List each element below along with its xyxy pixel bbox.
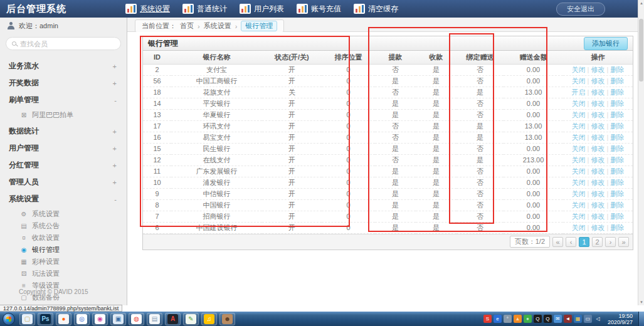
op-link-删除[interactable]: 删除 bbox=[610, 156, 624, 164]
op-link-修改[interactable]: 修改 bbox=[591, 179, 605, 186]
sogou-input-icon[interactable]: A bbox=[165, 313, 181, 325]
op-link-删除[interactable]: 删除 bbox=[610, 111, 624, 118]
sidebar-item-收款设置[interactable]: ¤收款设置 bbox=[0, 232, 127, 244]
breadcrumb-item[interactable]: 银行管理 bbox=[241, 21, 277, 31]
op-link-关闭[interactable]: 关闭 bbox=[572, 100, 586, 107]
nav-item-系统设置[interactable]: 系统设置 bbox=[125, 4, 170, 14]
volume-tray-icon[interactable]: ◁ bbox=[594, 315, 602, 323]
sidebar-group-业务流水[interactable]: 业务流水+ bbox=[0, 58, 127, 75]
page-button-«[interactable]: « bbox=[552, 237, 563, 247]
scrollbar-thumb[interactable] bbox=[639, 19, 643, 82]
qq-tray-icon[interactable]: Q bbox=[534, 315, 542, 323]
op-link-关闭[interactable]: 关闭 bbox=[572, 77, 586, 85]
notepad-icon[interactable]: ▤ bbox=[147, 313, 162, 325]
op-link-关闭[interactable]: 关闭 bbox=[572, 190, 586, 197]
page-button-‹[interactable]: ‹ bbox=[566, 237, 576, 247]
op-link-修改[interactable]: 修改 bbox=[591, 190, 605, 197]
sidebar-group-刷单管理[interactable]: 刷单管理- bbox=[0, 92, 127, 108]
clock[interactable]: 19:50 2020/9/27 bbox=[608, 313, 633, 325]
sidebar-group-数据统计[interactable]: 数据统计+ bbox=[0, 123, 127, 140]
member-search-input[interactable] bbox=[20, 40, 115, 48]
chrome-icon[interactable]: ◍ bbox=[129, 313, 144, 325]
explorer-icon[interactable]: ▢ bbox=[19, 313, 35, 325]
op-link-删除[interactable]: 删除 bbox=[610, 167, 624, 175]
op-link-修改[interactable]: 修改 bbox=[591, 213, 605, 220]
op-link-修改[interactable]: 修改 bbox=[591, 156, 605, 164]
op-link-删除[interactable]: 删除 bbox=[610, 77, 624, 85]
op-link-关闭[interactable]: 关闭 bbox=[572, 156, 586, 164]
logout-button[interactable]: 安全退出 bbox=[556, 3, 605, 16]
sidebar-item-系统设置[interactable]: ⚙系统设置 bbox=[0, 208, 127, 220]
op-link-关闭[interactable]: 关闭 bbox=[572, 122, 586, 130]
op-link-修改[interactable]: 修改 bbox=[591, 66, 605, 73]
sogou-tray-icon[interactable]: S bbox=[483, 315, 492, 323]
computer-icon[interactable]: ▣ bbox=[110, 313, 126, 325]
firefox-icon[interactable]: ● bbox=[56, 313, 71, 325]
sidebar-group-系统设置[interactable]: 系统设置- bbox=[0, 191, 127, 208]
op-link-开启[interactable]: 开启 bbox=[572, 88, 586, 96]
sidebar-item-玩法设置[interactable]: ⚄玩法设置 bbox=[0, 268, 127, 280]
chart-tool-icon[interactable]: ✎ bbox=[183, 313, 199, 325]
sidebar-group-用户管理[interactable]: 用户管理+ bbox=[0, 140, 127, 157]
op-link-关闭[interactable]: 关闭 bbox=[572, 167, 586, 175]
op-link-修改[interactable]: 修改 bbox=[591, 122, 605, 130]
op-link-删除[interactable]: 删除 bbox=[610, 145, 624, 152]
op-link-修改[interactable]: 修改 bbox=[591, 134, 605, 141]
nav-item-清空缓存[interactable]: 清空缓存 bbox=[354, 4, 398, 14]
op-link-删除[interactable]: 删除 bbox=[610, 100, 624, 107]
op-link-修改[interactable]: 修改 bbox=[591, 111, 605, 118]
sidebar-item-银行管理[interactable]: ◉银行管理 bbox=[0, 244, 127, 256]
op-link-关闭[interactable]: 关闭 bbox=[572, 66, 586, 73]
op-link-修改[interactable]: 修改 bbox=[591, 88, 605, 96]
op-link-删除[interactable]: 删除 bbox=[610, 213, 624, 220]
op-link-修改[interactable]: 修改 bbox=[591, 145, 605, 152]
sidebar-group-分红管理[interactable]: 分红管理+ bbox=[0, 157, 127, 174]
colors-tray-icon[interactable]: ▦ bbox=[574, 315, 582, 323]
op-link-修改[interactable]: 修改 bbox=[591, 167, 605, 175]
op-link-删除[interactable]: 删除 bbox=[610, 224, 624, 231]
op-link-修改[interactable]: 修改 bbox=[591, 224, 605, 231]
qq2-tray-icon[interactable]: Q bbox=[544, 315, 552, 323]
nav-item-账号充值[interactable]: 账号充值 bbox=[297, 4, 341, 14]
breadcrumb-item[interactable]: 首页 bbox=[180, 21, 194, 31]
photoshop-icon[interactable]: Ps bbox=[38, 313, 53, 325]
sidebar-item-阿里巴巴拍单[interactable]: ⊠阿里巴巴拍单 bbox=[0, 109, 127, 121]
page-button-›[interactable]: › bbox=[605, 237, 616, 247]
page-scrollbar[interactable]: ▲ ▼ bbox=[638, 0, 644, 305]
add-bank-button[interactable]: 添加银行 bbox=[584, 37, 628, 50]
swirl-browser-icon[interactable]: ◉ bbox=[92, 313, 108, 325]
op-link-删除[interactable]: 删除 bbox=[610, 66, 624, 73]
scroll-up-icon[interactable]: ▲ bbox=[638, 0, 644, 6]
scroll-down-icon[interactable]: ▼ bbox=[638, 299, 644, 305]
sidebar-group-管理人员[interactable]: 管理人员+ bbox=[0, 174, 127, 191]
show-desktop-button[interactable] bbox=[638, 312, 644, 326]
op-link-删除[interactable]: 删除 bbox=[610, 134, 624, 141]
op-link-修改[interactable]: 修改 bbox=[591, 201, 605, 209]
op-link-删除[interactable]: 删除 bbox=[610, 88, 624, 96]
player-tray-icon[interactable]: ◄ bbox=[564, 315, 572, 323]
op-link-修改[interactable]: 修改 bbox=[591, 100, 605, 107]
avatar-icon[interactable]: ☻ bbox=[219, 313, 235, 325]
op-link-删除[interactable]: 删除 bbox=[610, 190, 624, 197]
page-button-1[interactable]: 1 bbox=[579, 237, 589, 247]
sidebar-group-开奖数据[interactable]: 开奖数据+ bbox=[0, 75, 127, 92]
op-link-修改[interactable]: 修改 bbox=[591, 77, 605, 85]
sidebar-item-系统公告[interactable]: ▤系统公告 bbox=[0, 220, 127, 232]
op-link-关闭[interactable]: 关闭 bbox=[572, 179, 586, 186]
op-link-关闭[interactable]: 关闭 bbox=[572, 213, 586, 220]
op-link-关闭[interactable]: 关闭 bbox=[572, 145, 586, 152]
music-icon[interactable]: ♫ bbox=[201, 313, 217, 325]
op-link-关闭[interactable]: 关闭 bbox=[572, 111, 586, 118]
network-tray-icon[interactable]: ▭ bbox=[584, 315, 592, 323]
op-link-关闭[interactable]: 关闭 bbox=[572, 201, 586, 209]
op-link-关闭[interactable]: 关闭 bbox=[572, 224, 586, 231]
op-link-删除[interactable]: 删除 bbox=[610, 179, 624, 186]
sidebar-item-彩种设置[interactable]: ▦彩种设置 bbox=[0, 256, 127, 268]
op-link-删除[interactable]: 删除 bbox=[610, 201, 624, 209]
green-orb-tray-icon[interactable]: ● bbox=[524, 315, 532, 323]
page-button-2[interactable]: 2 bbox=[592, 237, 603, 247]
start-button[interactable] bbox=[3, 313, 15, 325]
op-link-关闭[interactable]: 关闭 bbox=[572, 134, 586, 141]
pin-tray-icon[interactable]: ° bbox=[504, 315, 512, 323]
op-link-删除[interactable]: 删除 bbox=[610, 122, 624, 130]
